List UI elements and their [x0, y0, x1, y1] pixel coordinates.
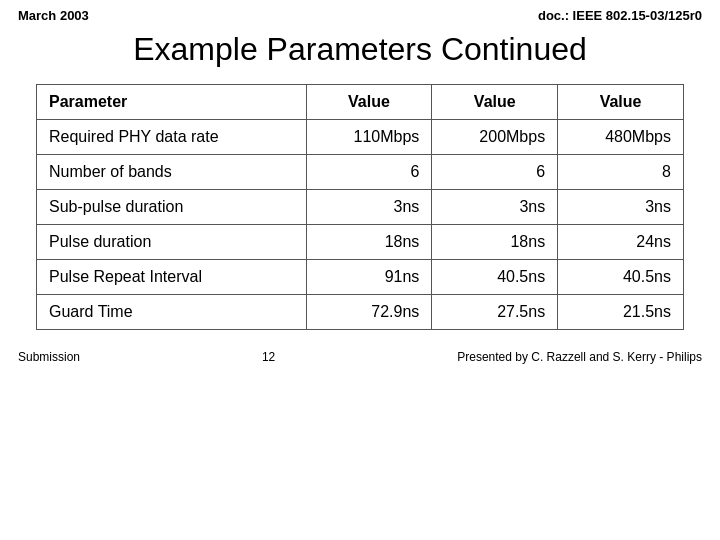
table-cell-param: Number of bands	[37, 155, 307, 190]
table-cell-value: 40.5ns	[558, 260, 684, 295]
footer-presented-by: Presented by C. Razzell and S. Kerry - P…	[457, 350, 702, 364]
col-header-value1: Value	[306, 85, 432, 120]
table-cell-value: 6	[306, 155, 432, 190]
table-row: Guard Time72.9ns27.5ns21.5ns	[37, 295, 684, 330]
table-row: Required PHY data rate110Mbps200Mbps480M…	[37, 120, 684, 155]
table-cell-value: 91ns	[306, 260, 432, 295]
page-title: Example Parameters Continued	[0, 31, 720, 68]
table-cell-value: 6	[432, 155, 558, 190]
col-header-value2: Value	[432, 85, 558, 120]
table-cell-value: 200Mbps	[432, 120, 558, 155]
table-cell-value: 480Mbps	[558, 120, 684, 155]
header-doc: doc.: IEEE 802.15-03/125r0	[538, 8, 702, 23]
table-cell-value: 8	[558, 155, 684, 190]
table-row: Number of bands668	[37, 155, 684, 190]
table-cell-param: Sub-pulse duration	[37, 190, 307, 225]
col-header-parameter: Parameter	[37, 85, 307, 120]
table-cell-value: 21.5ns	[558, 295, 684, 330]
table-cell-param: Pulse duration	[37, 225, 307, 260]
table-cell-value: 27.5ns	[432, 295, 558, 330]
table-row: Sub-pulse duration3ns3ns3ns	[37, 190, 684, 225]
table-cell-value: 72.9ns	[306, 295, 432, 330]
table-cell-value: 18ns	[432, 225, 558, 260]
table-cell-value: 3ns	[432, 190, 558, 225]
header: March 2003 doc.: IEEE 802.15-03/125r0	[0, 0, 720, 27]
table-cell-value: 40.5ns	[432, 260, 558, 295]
table-cell-param: Required PHY data rate	[37, 120, 307, 155]
footer-submission: Submission	[18, 350, 80, 364]
table-cell-param: Pulse Repeat Interval	[37, 260, 307, 295]
table-header-row: Parameter Value Value Value	[37, 85, 684, 120]
table-cell-value: 18ns	[306, 225, 432, 260]
footer: Submission 12 Presented by C. Razzell an…	[0, 340, 720, 370]
footer-page-number: 12	[262, 350, 275, 364]
col-header-value3: Value	[558, 85, 684, 120]
header-date: March 2003	[18, 8, 89, 23]
main-table-container: Parameter Value Value Value Required PHY…	[0, 84, 720, 330]
table-cell-value: 3ns	[558, 190, 684, 225]
table-cell-value: 24ns	[558, 225, 684, 260]
table-row: Pulse Repeat Interval91ns40.5ns40.5ns	[37, 260, 684, 295]
parameters-table: Parameter Value Value Value Required PHY…	[36, 84, 684, 330]
table-cell-value: 3ns	[306, 190, 432, 225]
table-cell-param: Guard Time	[37, 295, 307, 330]
table-cell-value: 110Mbps	[306, 120, 432, 155]
table-row: Pulse duration18ns18ns24ns	[37, 225, 684, 260]
